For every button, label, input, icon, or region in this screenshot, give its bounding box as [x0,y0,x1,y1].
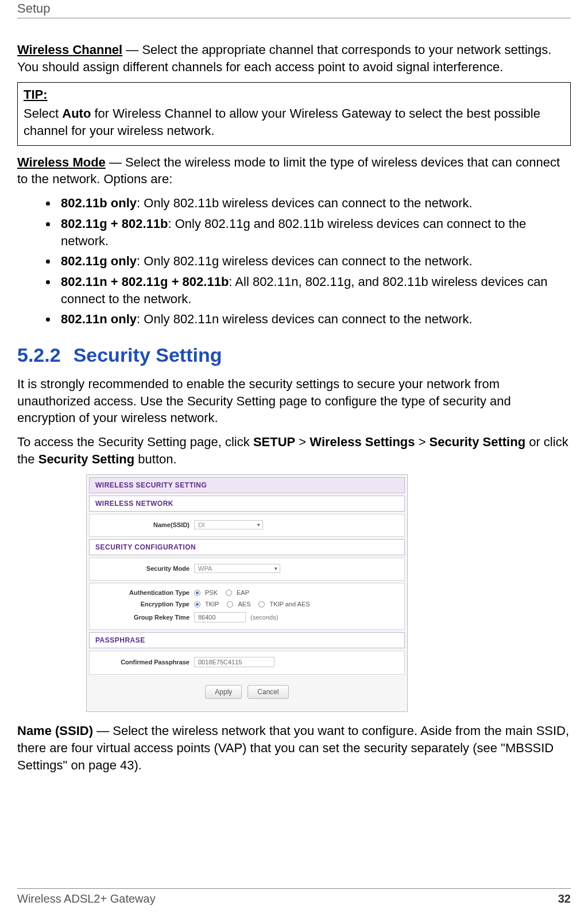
apply-button[interactable]: Apply [205,685,242,699]
text: To access the Security Setting page, cli… [17,435,253,449]
term-wireless-mode: Wireless Mode [17,155,106,169]
tip-pre: Select [24,106,62,121]
panel-passphrase: PASSPHRASE [89,632,405,648]
security-mode-value: WPA [198,565,212,572]
mode-name: 802.11g + 802.11b [61,216,168,231]
term-name-ssid: Name (SSID) [17,723,93,738]
panel-security-configuration: SECURITY CONFIGURATION [89,539,405,555]
name-ssid-para: Name (SSID) — Select the wireless networ… [17,722,571,773]
group-rekey-label: Group Rekey Time [98,614,189,621]
name-ssid-value: OI [198,521,205,528]
security-mode-label: Security Mode [98,565,189,572]
tip-text: Select Auto for Wireless Channel to allo… [24,105,564,139]
mode-name: 802.11g only [61,254,137,268]
wireless-mode-item: 802.11g + 802.11b: Only 802.11g and 802.… [57,215,571,249]
admin-screenshot: WIRELESS SECURITY SETTING WIRELESS NETWO… [86,474,408,712]
wireless-mode-para: Wireless Mode — Select the wireless mode… [17,154,571,188]
mode-name: 802.11b only [61,196,137,210]
tip-bold: Auto [62,106,91,121]
mode-name: 802.11n only [61,312,137,326]
mode-desc: : Only 802.11b wireless devices can conn… [137,196,473,210]
button-ref-security-setting: Security Setting [38,452,134,466]
panel-wireless-network: WIRELESS NETWORK [89,496,405,512]
auth-psk-radio[interactable] [194,590,200,596]
text: > [415,435,430,449]
group-rekey-unit: (seconds) [250,614,278,621]
enc-tkip-aes-radio[interactable] [258,601,265,608]
breadcrumb-setup: SETUP [253,435,295,449]
confirmed-passphrase-input[interactable]: 0018E75C4115 [194,657,274,667]
section-number: 5.2.2 [17,344,61,366]
breadcrumb-wireless-settings: Wireless Settings [310,435,415,449]
chevron-down-icon: ▾ [257,522,260,528]
wireless-mode-item: 802.11n only: Only 802.11n wireless devi… [57,311,571,328]
auth-psk-label: PSK [205,589,218,596]
text: button. [134,452,176,466]
wireless-mode-item: 802.11n + 802.11g + 802.11b: All 802.11n… [57,273,571,307]
tip-post: for Wireless Channel to allow your Wirel… [24,106,540,138]
wireless-channel-para: Wireless Channel — Select the appropriat… [17,41,571,75]
wireless-mode-item: 802.11b only: Only 802.11b wireless devi… [57,195,571,212]
security-para-2: To access the Security Setting page, cli… [17,434,571,467]
security-mode-select[interactable]: WPA ▾ [194,564,280,573]
mode-desc: : Only 802.11g wireless devices can conn… [137,254,473,268]
group-rekey-input[interactable]: 86400 [194,612,246,622]
enc-aes-label: AES [238,601,250,608]
mode-desc: : Only 802.11n wireless devices can conn… [137,312,473,326]
wireless-mode-list: 802.11b only: Only 802.11b wireless devi… [57,195,571,328]
section-title: Security Setting [74,344,222,366]
enc-tkip-radio[interactable] [194,601,200,608]
panel-title: WIRELESS SECURITY SETTING [89,477,405,493]
auth-eap-radio[interactable] [226,590,232,596]
security-para-1: It is strongly recommended to enable the… [17,376,571,427]
auth-type-label: Authentication Type [98,589,189,596]
breadcrumb-security-setting: Security Setting [430,435,525,449]
confirmed-passphrase-label: Confirmed Passphrase [98,659,189,665]
term-wireless-channel: Wireless Channel [17,42,122,57]
cancel-button[interactable]: Cancel [247,685,288,699]
page-footer: Wireless ADSL2+ Gateway 32 [17,888,571,906]
text: > [295,435,310,449]
enc-aes-radio[interactable] [227,601,233,608]
section-heading: 5.2.2Security Setting [17,344,571,366]
name-ssid-select[interactable]: OI ▾ [194,520,263,529]
enc-tkip-aes-label: TKIP and AES [269,601,310,608]
product-name: Wireless ADSL2+ Gateway [17,892,156,906]
tip-box: TIP: Select Auto for Wireless Channel to… [17,82,571,145]
enc-tkip-label: TKIP [205,601,219,608]
encryption-type-label: Encryption Type [98,601,189,608]
chapter-title: Setup [17,0,571,18]
wireless-mode-item: 802.11g only: Only 802.11g wireless devi… [57,253,571,270]
mode-name: 802.11n + 802.11g + 802.11b [61,274,229,289]
page-number: 32 [558,892,571,906]
tip-label: TIP: [24,87,564,102]
chevron-down-icon: ▾ [274,566,277,571]
name-ssid-label: Name(SSID) [98,521,189,528]
auth-eap-label: EAP [237,589,249,596]
name-ssid-desc: — Select the wireless network that you w… [17,723,569,772]
